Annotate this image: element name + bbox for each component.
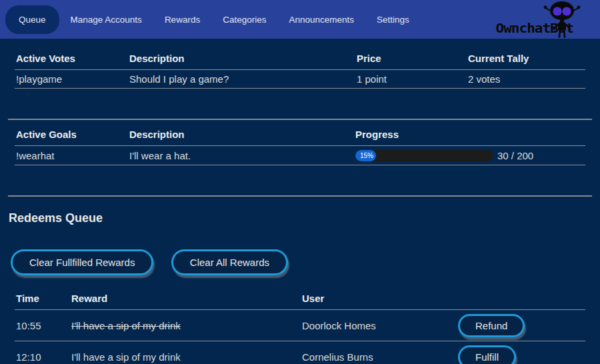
tab-rewards[interactable]: Rewards [153, 7, 211, 32]
goal-progress-cell: 15% 30 / 200 [354, 146, 585, 165]
vote-tally: 2 votes [467, 70, 585, 89]
active-goals-header-row: Active Goals Description Progress [15, 120, 585, 146]
col-active-votes: Active Votes [15, 39, 128, 70]
top-nav: Queue Manage Accounts Rewards Categories… [0, 0, 600, 39]
brand-logo: OwnchatBot [496, 0, 593, 39]
col-active-goals: Active Goals [15, 120, 128, 146]
active-goals-table: Active Goals Description Progress !wearh… [15, 120, 585, 165]
main-content: Active Votes Description Price Current T… [0, 39, 600, 364]
tab-manage-accounts[interactable]: Manage Accounts [59, 7, 153, 32]
section-divider [8, 195, 592, 197]
redeems-toolbar: Clear Fullfilled Rewards Clear All Rewar… [8, 225, 592, 278]
page-title-redeems-queue: Redeems Queue [9, 211, 592, 225]
tab-categories[interactable]: Categories [211, 7, 277, 32]
goal-description: I'll wear a hat. [128, 146, 354, 165]
clear-fulfilled-rewards-button[interactable]: Clear Fullfilled Rewards [11, 249, 153, 275]
redeem-actions: Refund [458, 310, 585, 341]
redeem-user: Cornelius Burns [301, 341, 458, 364]
redeems-header-row: Time Reward User [15, 286, 585, 310]
col-current-tally: Current Tally [467, 39, 585, 70]
active-votes-table: Active Votes Description Price Current T… [15, 39, 585, 89]
table-row: 10:55 I'll have a sip of my drink Doorlo… [15, 310, 585, 341]
table-row: 12:10 I'll have a sip of my drink Cornel… [15, 341, 585, 364]
tab-announcements[interactable]: Announcements [277, 7, 365, 32]
col-description: Description [128, 120, 354, 146]
vote-command: !playgame [15, 70, 128, 89]
col-time: Time [15, 286, 70, 310]
goal-command: !wearhat [15, 146, 128, 165]
tab-settings[interactable]: Settings [365, 7, 421, 32]
tab-queue[interactable]: Queue [5, 5, 59, 34]
col-price: Price [355, 39, 467, 70]
robot-mascot-icon [543, 1, 581, 38]
col-reward: Reward [70, 286, 301, 310]
col-actions [458, 286, 585, 310]
progress-bar: 15% [355, 150, 493, 161]
redeem-reward: I'll have a sip of my drink [70, 341, 301, 364]
progress-count: 30 / 200 [497, 150, 533, 161]
table-row: !playgame Should I play a game? 1 point … [15, 70, 585, 89]
vote-description: Should I play a game? [128, 70, 355, 89]
col-description: Description [128, 39, 355, 70]
refund-button[interactable]: Refund [458, 314, 525, 337]
redeem-time: 12:10 [15, 341, 70, 364]
redeem-time: 10:55 [15, 310, 70, 341]
col-user: User [301, 286, 458, 310]
redeem-user: Doorlock Homes [301, 310, 458, 341]
redeem-reward: I'll have a sip of my drink [70, 310, 301, 341]
col-progress: Progress [354, 120, 585, 146]
clear-all-rewards-button[interactable]: Clear All Rewards [171, 249, 288, 275]
active-votes-header-row: Active Votes Description Price Current T… [15, 39, 585, 70]
table-row: !wearhat I'll wear a hat. 15% 30 / 200 [15, 146, 585, 165]
vote-price: 1 point [355, 70, 467, 89]
progress-fill: 15% [355, 150, 376, 161]
redeem-actions: Fulfill [458, 341, 585, 364]
fulfill-button[interactable]: Fulfill [458, 345, 516, 364]
redeems-queue-table: Time Reward User 10:55 I'll have a sip o… [15, 286, 585, 364]
